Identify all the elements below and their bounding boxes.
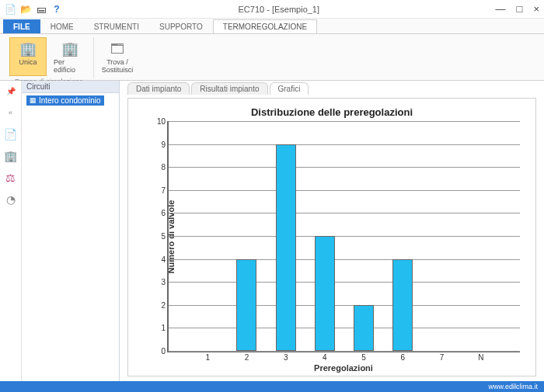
tab-grafici[interactable]: Grafici [270,82,309,95]
ribbon-group-pompa: 🏢 Unica 🏢 Per edificio Pompa di circolaz… [5,37,94,78]
help-icon[interactable]: ? [51,4,62,15]
trova-sostituisci-button[interactable]: 🗔 Trova / Sostituisci [99,37,136,76]
tab-file[interactable]: FILE [3,19,40,33]
unica-button[interactable]: 🏢 Unica [9,37,47,76]
collapse-icon[interactable]: « [2,104,19,121]
tab-supporto[interactable]: SUPPORTO [149,19,213,33]
x-tick: 2 [245,353,249,362]
sidebar-header: Circuiti [22,81,119,93]
content-tabs: Dati impianto Risultati impianto Grafici [120,81,544,95]
y-tick: 8 [155,163,166,172]
open-folder-icon[interactable]: 📂 [20,4,31,15]
x-tick: 1 [205,353,210,362]
bar [315,236,335,351]
ribbon-group-trova: 🗔 Trova / Sostituisci [94,37,141,78]
x-tick: 6 [401,353,406,362]
close-button[interactable]: × [533,3,539,15]
tree-item-intero[interactable]: Intero condominio [26,95,104,106]
gridline [169,328,520,328]
pin-icon[interactable]: 📌 [2,82,19,99]
window-title: EC710 - [Esempio_1] [62,5,496,14]
pie-chart-icon[interactable]: ◔ [2,191,19,208]
per-edificio-button[interactable]: 🏢 Per edificio [51,37,89,76]
tab-termoregolazione[interactable]: TERMOREGOLAZIONE [213,19,317,33]
sidebar-tree: Intero condominio [22,93,119,107]
minimize-button[interactable]: — [496,3,506,15]
print-icon[interactable]: 🖴 [36,4,47,15]
bar [392,259,413,351]
y-tick: 9 [155,140,166,148]
bar [236,259,256,351]
tab-strumenti[interactable]: STRUMENTI [84,19,149,33]
bar [276,144,296,351]
x-tick: N [478,353,483,362]
x-tick: 3 [284,353,288,362]
find-replace-icon: 🗔 [108,40,127,58]
status-bar: www.edilclima.it [0,381,544,392]
gridline [169,282,520,283]
chart-container: Distribuzione delle preregolazioni Numer… [127,98,536,376]
gridline [169,213,520,213]
building-icon: 🏢 [61,40,79,58]
gridline [169,190,520,191]
buildings-list-icon[interactable]: 🏢 [2,147,19,165]
tab-dati-impianto[interactable]: Dati impianto [127,82,190,95]
gridline [169,121,520,122]
plot-area: 0123456789101234567N [167,121,520,352]
x-tick: 7 [440,353,445,362]
y-tick: 7 [155,186,166,194]
maximize-button[interactable]: □ [517,3,523,15]
chart-title: Distribuzione delle preregolazioni [128,99,535,121]
y-tick: 4 [155,255,166,263]
x-tick: 5 [361,353,366,362]
gridline [169,305,520,306]
content-area: Dati impianto Risultati impianto Grafici… [120,81,544,381]
tab-risultati-impianto[interactable]: Risultati impianto [191,82,267,95]
chart-plot: Numero di valvole Preregolazioni 0123456… [167,121,520,352]
gridline [169,236,520,237]
ribbon-body: 🏢 Unica 🏢 Per edificio Pompa di circolaz… [0,34,544,81]
buildings-icon: 🏢 [19,40,37,58]
ribbon-tabs: FILE HOME STRUMENTI SUPPORTO TERMOREGOLA… [0,19,544,34]
balance-icon[interactable]: ⚖ [2,169,19,186]
y-tick: 3 [155,278,166,286]
gridline [169,167,520,168]
y-tick: 10 [155,117,166,126]
bar [354,305,374,351]
y-tick: 2 [155,300,166,309]
y-tick: 1 [155,324,166,332]
vertical-toolbar: 📌 « 📄 🏢 ⚖ ◔ [0,81,22,381]
x-tick: 4 [323,353,327,362]
new-doc-icon[interactable]: 📄 [5,4,16,15]
sidebar: Circuiti Intero condominio [22,81,120,381]
y-tick: 6 [155,209,166,217]
y-tick: 0 [155,347,166,356]
tab-home[interactable]: HOME [40,19,84,33]
y-tick: 5 [155,232,166,241]
x-axis-label: Preregolazioni [167,363,520,373]
document-icon[interactable]: 📄 [2,126,19,143]
gridline [169,259,520,260]
status-url: www.edilclima.it [488,383,538,390]
gridline [169,351,520,352]
gridline [169,144,520,145]
